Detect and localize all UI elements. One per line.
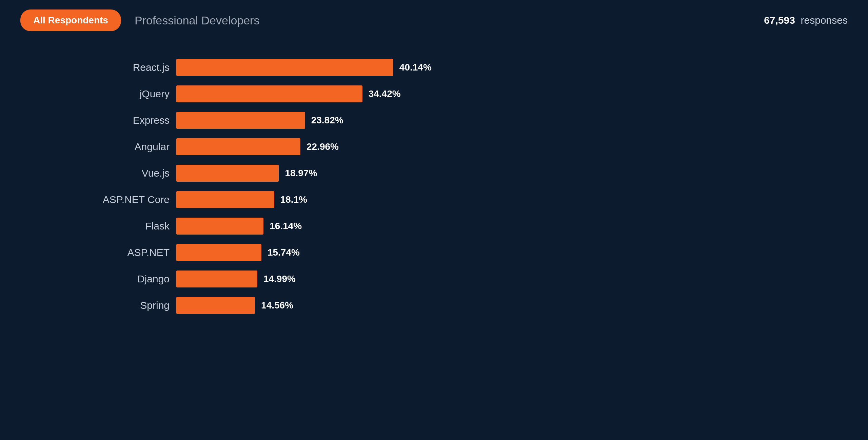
responses-count-label: responses [801, 15, 848, 26]
bar-fill [176, 138, 300, 155]
bar-percentage: 18.1% [280, 194, 307, 205]
bar-wrap: 14.99% [176, 271, 296, 287]
chart-row: Django14.99% [0, 266, 868, 292]
bar-fill [176, 112, 305, 129]
bar-fill [176, 271, 257, 287]
bar-wrap: 18.1% [176, 191, 307, 208]
bar-percentage: 22.96% [307, 141, 339, 152]
bar-wrap: 14.56% [176, 297, 293, 314]
chart-row: React.js40.14% [0, 54, 868, 81]
bar-percentage: 34.42% [369, 88, 401, 99]
bar-fill [176, 165, 279, 182]
bar-fill [176, 218, 263, 235]
chart-row: Spring14.56% [0, 292, 868, 319]
chart-row: jQuery34.42% [0, 81, 868, 107]
chart-row: ASP.NET15.74% [0, 239, 868, 266]
chart-row: Vue.js18.97% [0, 160, 868, 186]
bar-wrap: 23.82% [176, 112, 343, 129]
bar-label: React.js [0, 62, 176, 73]
bar-label: ASP.NET [0, 247, 176, 258]
bar-percentage: 40.14% [399, 62, 432, 73]
bar-wrap: 16.14% [176, 218, 302, 235]
bar-chart: React.js40.14%jQuery34.42%Express23.82%A… [0, 41, 868, 332]
bar-wrap: 40.14% [176, 59, 432, 76]
bar-fill [176, 244, 261, 261]
bar-label: Spring [0, 300, 176, 311]
all-respondents-button[interactable]: All Respondents [20, 9, 121, 31]
professional-developers-tab[interactable]: Professional Developers [135, 14, 260, 27]
bar-percentage: 23.82% [311, 115, 343, 126]
bar-label: jQuery [0, 88, 176, 100]
responses-count: 67,593 responses [764, 15, 848, 26]
bar-percentage: 14.99% [263, 274, 296, 284]
bar-wrap: 22.96% [176, 138, 339, 155]
bar-wrap: 34.42% [176, 85, 401, 102]
bar-label: Angular [0, 141, 176, 153]
bar-wrap: 15.74% [176, 244, 300, 261]
bar-percentage: 18.97% [285, 168, 317, 179]
bar-label: Express [0, 115, 176, 126]
bar-label: Vue.js [0, 167, 176, 179]
bar-fill [176, 297, 255, 314]
bar-wrap: 18.97% [176, 165, 317, 182]
bar-percentage: 16.14% [270, 221, 302, 232]
bar-fill [176, 85, 362, 102]
bar-percentage: 15.74% [268, 247, 300, 258]
chart-row: ASP.NET Core18.1% [0, 186, 868, 213]
bar-label: ASP.NET Core [0, 194, 176, 205]
chart-row: Express23.82% [0, 107, 868, 134]
bar-percentage: 14.56% [261, 300, 293, 311]
bar-label: Django [0, 273, 176, 285]
bar-fill [176, 59, 393, 76]
bar-fill [176, 191, 274, 208]
responses-count-number: 67,593 [764, 15, 795, 26]
header: All Respondents Professional Developers … [0, 0, 868, 41]
bar-label: Flask [0, 220, 176, 232]
chart-row: Flask16.14% [0, 213, 868, 239]
chart-row: Angular22.96% [0, 134, 868, 160]
